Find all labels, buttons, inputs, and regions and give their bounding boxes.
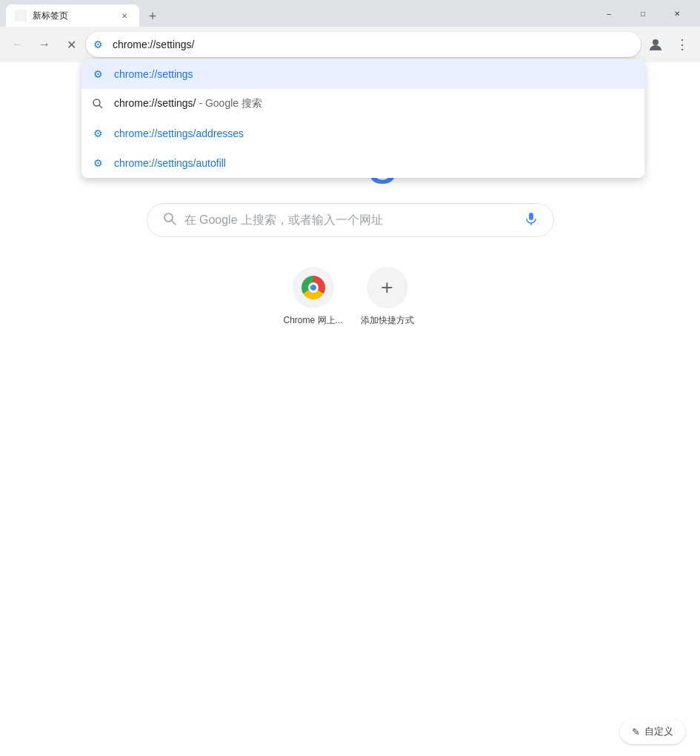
dropdown-dim-2: - Google 搜索	[196, 97, 262, 110]
more-button[interactable]: ⋮	[670, 33, 694, 56]
window-controls: – □ ✕	[592, 2, 694, 24]
settings-icon-autofill: ⚙	[90, 156, 105, 170]
profile-button[interactable]	[644, 33, 667, 56]
settings-icon-addresses: ⚙	[90, 126, 105, 141]
omnibox-dropdown: ⚙ chrome://settings chrome://settings/ -…	[81, 59, 644, 178]
shortcuts-container: Chrome 网上... + 添加快捷方式	[284, 267, 417, 327]
new-tab-button[interactable]: +	[142, 6, 163, 27]
mic-icon[interactable]	[524, 211, 539, 230]
back-button[interactable]: ←	[6, 33, 30, 56]
search-bar[interactable]: 在 Google 上搜索，或者输入一个网址	[147, 203, 554, 237]
dropdown-suffix-4: autofill	[196, 157, 226, 169]
svg-rect-5	[529, 213, 533, 220]
svg-line-2	[99, 105, 102, 108]
dropdown-item-settings[interactable]: ⚙ chrome://settings	[81, 59, 644, 89]
svg-point-1	[93, 99, 100, 106]
tab-close-button[interactable]: ✕	[119, 10, 130, 21]
dropdown-text-2: chrome://settings/ - Google 搜索	[114, 97, 262, 110]
dropdown-highlight-3: chrome://settings/	[114, 127, 196, 139]
customize-button[interactable]: ✎ 自定义	[620, 719, 685, 744]
dropdown-item-addresses[interactable]: ⚙ chrome://settings/addresses	[81, 119, 644, 148]
omnibox-input[interactable]	[86, 32, 641, 57]
chrome-shortcut-label: Chrome 网上...	[284, 314, 343, 327]
add-shortcut-label: 添加快捷方式	[361, 314, 414, 327]
settings-icon: ⚙	[93, 39, 103, 50]
chrome-icon	[301, 276, 325, 299]
tab-strip: 新标签页 ✕ +	[6, 0, 586, 27]
active-tab[interactable]: 新标签页 ✕	[6, 4, 139, 27]
settings-icon-dd: ⚙	[90, 67, 105, 82]
minimize-button[interactable]: –	[592, 2, 626, 24]
dropdown-highlight-4: chrome://settings/	[114, 157, 196, 169]
customize-label: 自定义	[644, 725, 673, 738]
dropdown-item-search[interactable]: chrome://settings/ - Google 搜索	[81, 89, 644, 119]
forward-button[interactable]: →	[33, 33, 56, 56]
dropdown-highlight-1: chrome://settings	[114, 68, 193, 80]
customize-icon: ✎	[632, 726, 640, 737]
chrome-ring-inner	[308, 282, 319, 293]
titlebar: 新标签页 ✕ + – □ ✕	[0, 0, 700, 27]
search-icon-main	[162, 211, 177, 230]
stop-button[interactable]: ✕	[59, 33, 83, 56]
chrome-shortcut-icon	[293, 267, 334, 308]
tab-title: 新标签页	[33, 10, 113, 22]
dropdown-item-autofill[interactable]: ⚙ chrome://settings/autofill	[81, 148, 644, 178]
navbar: ← → ✕ ⚙ ⋮ ⚙ chrome://settings chrome://s…	[0, 27, 700, 62]
omnibox-container: ⚙	[86, 32, 641, 57]
search-placeholder: 在 Google 上搜索，或者输入一个网址	[184, 213, 516, 228]
search-icon-dd	[90, 96, 105, 111]
shortcut-chrome[interactable]: Chrome 网上...	[284, 267, 343, 327]
svg-line-4	[172, 221, 176, 225]
svg-point-3	[164, 213, 173, 222]
dropdown-normal-2: chrome://settings/	[114, 97, 196, 110]
close-button[interactable]: ✕	[660, 2, 694, 24]
dropdown-text-3: chrome://settings/addresses	[114, 127, 244, 139]
maximize-button[interactable]: □	[626, 2, 660, 24]
tab-favicon	[15, 10, 27, 21]
dropdown-text-1: chrome://settings	[114, 68, 193, 80]
shortcut-add[interactable]: + 添加快捷方式	[358, 267, 417, 327]
dropdown-suffix-3: addresses	[196, 127, 244, 139]
dropdown-text-4: chrome://settings/autofill	[114, 157, 226, 169]
svg-point-0	[653, 39, 659, 45]
add-shortcut-icon: +	[367, 267, 408, 308]
